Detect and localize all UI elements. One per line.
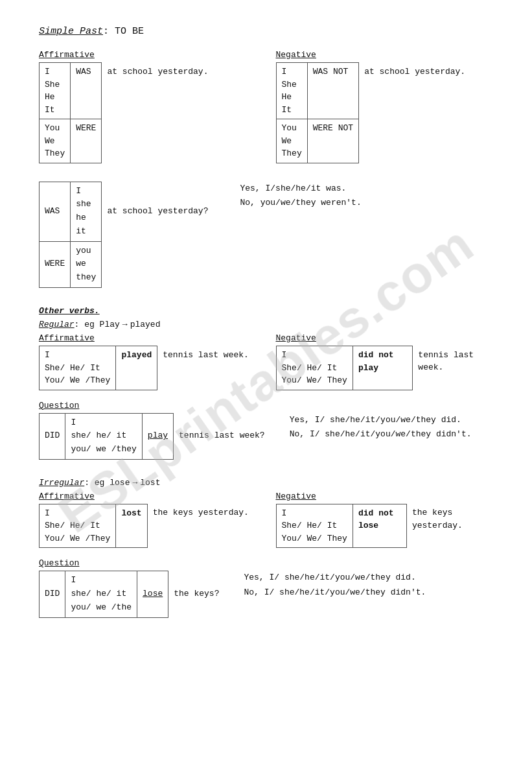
negative-label: Negative	[276, 50, 494, 60]
tobe-responses: Yes, I/she/he/it was. No, you/we/they we…	[240, 182, 361, 210]
reg-neg-rest: tennis last week.	[413, 346, 493, 390]
table-row: You We They WERE NOT	[276, 119, 471, 163]
neg-rest-2	[359, 119, 471, 163]
regular-result: played	[130, 320, 161, 329]
irr-negative-label: Negative	[276, 492, 494, 501]
irr-negative-block: Negative I She/ He/ It You/ We/ They did…	[276, 492, 494, 554]
irr-negative-table: I She/ He/ It You/ We/ They did not lose…	[276, 504, 494, 549]
regular-label: Regular	[39, 320, 75, 329]
affirmative-label: Affirmative	[39, 50, 257, 60]
negative-block: Negative I She He It WAS NOT at school y…	[276, 50, 494, 169]
question-table-tobe: WAS I she he it at school yesterday? WER…	[39, 182, 214, 289]
table-row: I She/ He/ It You/ We/ They did not lose…	[276, 504, 493, 548]
aff-subjects-1: I She He It	[40, 63, 71, 119]
did-subjects-reg: I she/ he/ it you/ we /they	[65, 413, 142, 459]
tobe-affneg-section: Affirmative I She He It WAS at school ye…	[39, 50, 493, 169]
neg-subjects-2: You We They	[276, 119, 307, 163]
reg-neg-verb: did not play	[353, 346, 412, 390]
tobe-question-section: WAS I she he it at school yesterday? WER…	[39, 182, 493, 294]
table-row: WAS I she he it at school yesterday?	[40, 182, 214, 241]
irr-aff-rest: the keys yesterday.	[147, 504, 254, 548]
aff-verb-2: WERE	[71, 119, 102, 163]
table-row: I She/ He/ It You/ We /They lost the key…	[40, 504, 254, 548]
table-row: DID I she/ he/ it you/ we /they play ten…	[40, 413, 270, 459]
reg-negative-block: Negative I She/ He/ It You/ We/ They did…	[276, 333, 494, 396]
reg-negative-label: Negative	[276, 333, 494, 343]
reg-aff-rest: tennis last week.	[157, 346, 254, 390]
reg-negative-table: I She/ He/ It You/ We/ They did not play…	[276, 346, 494, 390]
did-label-irr: DID	[40, 571, 65, 617]
other-verbs-title: Other verbs.	[39, 306, 100, 316]
arrow-icon2: →	[132, 478, 137, 488]
irregular-label: Irregular	[39, 478, 84, 488]
irregular-result: lost	[140, 478, 160, 488]
did-rest-reg: tennis last week?	[174, 413, 270, 459]
reg-affirmative-label: Affirmative	[39, 333, 257, 343]
arrow-icon: →	[122, 320, 128, 329]
was-subjects: I she he it	[71, 182, 102, 241]
table-row: WERE you we they	[40, 241, 214, 287]
neg-rest-1: at school yesterday.	[359, 63, 471, 119]
neg-subjects-1: I She He It	[276, 63, 307, 119]
was-rest: at school yesterday?	[102, 182, 214, 241]
reg-affirmative-block: Affirmative I She/ He/ It You/ We /They …	[39, 333, 257, 396]
reg-responses: Yes, I/ she/he/it/you/we/they did. No, I…	[290, 413, 472, 442]
were-subjects: you we they	[71, 241, 102, 287]
negative-table: I She He It WAS NOT at school yesterday.…	[276, 62, 472, 163]
aff-verb-1: WAS	[71, 63, 102, 119]
were-label: WERE	[40, 241, 71, 287]
were-rest	[102, 241, 214, 287]
did-label-reg: DID	[40, 413, 65, 459]
table-row: I She/ He/ It You/ We/ They did not play…	[276, 346, 493, 390]
table-row: You We They WERE	[40, 119, 214, 163]
reg-question-label: Question	[39, 401, 493, 410]
irr-affirmative-table: I She/ He/ It You/ We /They lost the key…	[39, 504, 254, 549]
aff-subjects-2: You We They	[40, 119, 71, 163]
reg-affirmative-table: I She/ He/ It You/ We /They played tenni…	[39, 346, 254, 390]
affirmative-table: I She He It WAS at school yesterday. You…	[39, 62, 214, 163]
did-rest-irr: the keys?	[168, 571, 225, 617]
neg-verb-1: WAS NOT	[307, 63, 358, 119]
page-title: Simple Past: TO BE	[39, 26, 493, 37]
irr-affirmative-label: Affirmative	[39, 492, 257, 501]
reg-question-table: DID I she/ he/ it you/ we /they play ten…	[39, 413, 270, 460]
irr-responses: Yes, I/ she/he/it/you/we/they did. No, I…	[244, 571, 426, 599]
irregular-example: : eg lose	[84, 478, 130, 488]
page-title-block: Simple Past: TO BE	[39, 26, 493, 37]
title-italic: Simple Past	[39, 26, 103, 37]
aff-rest-1: at school yesterday.	[102, 63, 214, 119]
reg-aff-verb: played	[116, 346, 157, 390]
irr-neg-rest: the keys yesterday.	[406, 504, 493, 548]
affirmative-block: Affirmative I She He It WAS at school ye…	[39, 50, 257, 169]
did-subjects-irr: I she/ he/ it you/ we /the	[65, 571, 137, 617]
regular-example-line: Regular: eg Play→played	[39, 320, 493, 329]
reg-aff-subjects: I She/ He/ It You/ We /They	[40, 346, 116, 390]
irr-question-table: DID I she/ he/ it you/ we /the lose the …	[39, 571, 224, 617]
irr-neg-subjects: I She/ He/ It You/ We/ They	[276, 504, 353, 548]
did-verb-irr: lose	[137, 571, 168, 617]
irregular-section: Irregular: eg lose→lost Affirmative I Sh…	[39, 478, 493, 623]
regular-example: : eg Play	[75, 320, 120, 329]
irr-neg-verb: did not lose	[353, 504, 406, 548]
irr-question-label: Question	[39, 558, 493, 568]
neg-verb-2: WERE NOT	[307, 119, 358, 163]
irr-aff-verb: lost	[116, 504, 147, 548]
table-row: I She He It WAS at school yesterday.	[40, 63, 214, 119]
irr-aff-subjects: I She/ He/ It You/ We /They	[40, 504, 116, 548]
table-row: I She He It WAS NOT at school yesterday.	[276, 63, 471, 119]
title-rest: : TO BE	[103, 26, 144, 37]
irr-affirmative-block: Affirmative I She/ He/ It You/ We /They …	[39, 492, 257, 554]
table-row: I She/ He/ It You/ We /They played tenni…	[40, 346, 254, 390]
other-verbs-section: Other verbs. Regular: eg Play→played Aff…	[39, 306, 493, 465]
reg-neg-subjects: I She/ He/ It You/ We/ They	[276, 346, 353, 390]
irregular-example-line: Irregular: eg lose→lost	[39, 478, 493, 488]
did-verb-reg: play	[142, 413, 173, 459]
was-label: WAS	[40, 182, 71, 241]
table-row: DID I she/ he/ it you/ we /the lose the …	[40, 571, 225, 617]
aff-rest-2	[102, 119, 214, 163]
